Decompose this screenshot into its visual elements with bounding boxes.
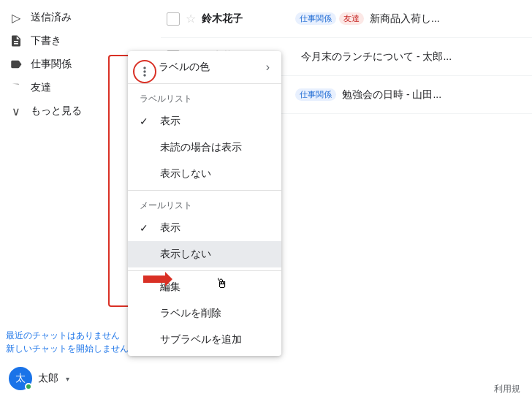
three-dots-button[interactable] xyxy=(133,60,156,83)
tag-work: 仕事関係 xyxy=(295,12,336,25)
menu-add-sublabel-text: サブラベルを追加 xyxy=(160,333,270,346)
friends-label-icon xyxy=(9,80,23,95)
user-chevron-icon: ▾ xyxy=(66,375,69,383)
star-icon[interactable]: ☆ xyxy=(186,12,196,26)
email-subject: 新商品入荷し... xyxy=(370,12,526,26)
user-avatar-area[interactable]: 太 太郎 ▾ xyxy=(0,358,161,399)
menu-item-delete-label[interactable]: ラベルを削除 xyxy=(128,300,281,327)
menu-label-show-unread-text: 未読の場合は表示 xyxy=(160,141,270,154)
email-subject: 今月末のランチについて - 太郎... xyxy=(301,50,526,64)
menu-mail-show-text: 表示 xyxy=(160,221,270,235)
tag-friend: 友達 xyxy=(339,12,364,25)
label-list-section-header: ラベルリスト xyxy=(128,87,281,108)
user-name: 太郎 xyxy=(38,372,58,385)
chat-info: 最近のチャットはありません 新しいチャットを開始しません xyxy=(6,329,129,355)
context-menu: ラベルの色 › ラベルリスト ✓ 表示 未読の場合は表示 表示しない メールリス… xyxy=(128,51,281,356)
sidebar-more-label: もっと見る xyxy=(31,104,82,118)
menu-label-color-text: ラベルの色 xyxy=(159,61,260,74)
menu-item-mail-show[interactable]: ✓ 表示 xyxy=(128,215,281,241)
avatar-status xyxy=(25,383,32,390)
menu-divider xyxy=(128,270,281,271)
menu-delete-label-text: ラベルを削除 xyxy=(160,307,270,320)
email-checkbox[interactable] xyxy=(167,12,180,26)
email-sender: 鈴木花子 xyxy=(202,12,289,26)
email-tags: 仕事関係 友達 xyxy=(295,12,364,25)
menu-mail-hide-text: 表示しない xyxy=(160,248,270,261)
drafts-icon xyxy=(9,34,23,48)
menu-item-mail-hide[interactable]: 表示しない xyxy=(128,241,281,267)
sidebar-friends-label: 友達 xyxy=(31,81,51,94)
sidebar-item-sent[interactable]: ▷ 送信済み xyxy=(0,6,161,29)
menu-item-edit[interactable]: 編集 xyxy=(128,274,281,300)
menu-label-show-text: 表示 xyxy=(160,115,270,128)
avatar: 太 xyxy=(9,367,32,390)
mail-list-section-header: メールリスト xyxy=(128,194,281,215)
work-label-icon xyxy=(9,57,23,72)
menu-divider xyxy=(128,83,281,84)
menu-item-label-show-unread[interactable]: 未読の場合は表示 xyxy=(128,134,281,161)
menu-label-hide-text: 表示しない xyxy=(160,167,270,180)
email-subject: 勉強会の日時 - 山田... xyxy=(342,88,526,102)
sent-icon: ▷ xyxy=(9,10,23,25)
avatar-initial: 太 xyxy=(15,372,26,385)
more-icon: ∨ xyxy=(9,104,23,118)
menu-edit-text: 編集 xyxy=(160,281,270,294)
check-icon: ✓ xyxy=(140,115,154,127)
menu-item-label-hide[interactable]: 表示しない xyxy=(128,161,281,187)
footer: 利用規 xyxy=(322,379,532,399)
email-tags: 仕事関係 xyxy=(295,88,336,101)
menu-item-label-show[interactable]: ✓ 表示 xyxy=(128,108,281,134)
sidebar-sent-label: 送信済み xyxy=(31,11,72,24)
sidebar-item-drafts[interactable]: 下書き xyxy=(0,29,161,53)
tag-work: 仕事関係 xyxy=(295,88,336,101)
menu-item-add-sublabel[interactable]: サブラベルを追加 xyxy=(128,327,281,353)
sidebar-drafts-label: 下書き xyxy=(31,34,61,48)
menu-divider xyxy=(128,190,281,191)
submenu-arrow-icon: › xyxy=(266,61,270,74)
chat-line1: 最近のチャットはありません xyxy=(6,329,129,342)
footer-text: 利用規 xyxy=(494,383,520,395)
table-row[interactable]: ☆ 鈴木花子 仕事関係 友達 新商品入荷し... xyxy=(161,0,532,38)
sidebar-work-label: 仕事関係 xyxy=(31,58,72,71)
more-vert-icon xyxy=(137,64,152,79)
check-icon: ✓ xyxy=(140,222,154,234)
chat-line2: 新しいチャットを開始しません xyxy=(6,342,129,355)
